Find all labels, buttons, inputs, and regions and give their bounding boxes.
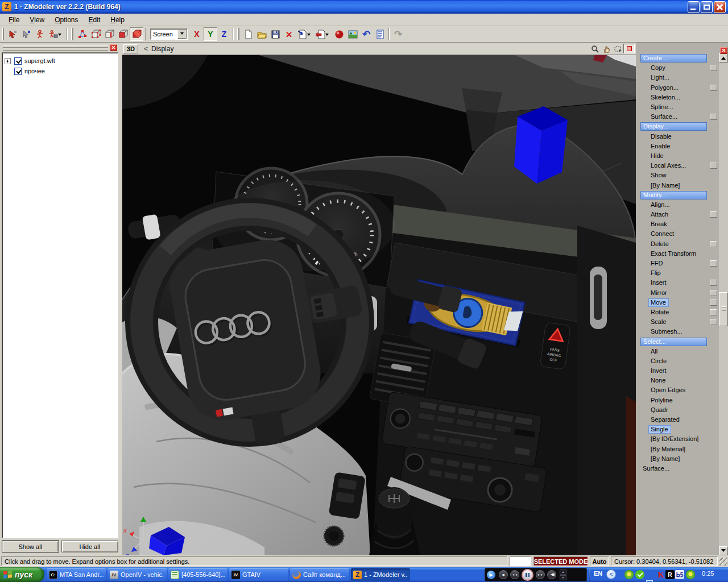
taskbar-window-button[interactable]: [405-556-640]...	[168, 568, 228, 581]
command-row[interactable]: [By ID/Extension]	[638, 434, 718, 444]
toolbar-grip[interactable]	[71, 28, 73, 40]
cube-vertices-button[interactable]	[89, 27, 102, 41]
command-row[interactable]: Break	[638, 219, 718, 229]
option-box[interactable]	[710, 260, 717, 267]
option-box[interactable]	[710, 280, 717, 286]
command-label[interactable]: Mirror	[648, 289, 670, 297]
commands-scrollbar[interactable]	[719, 53, 728, 555]
command-label[interactable]: Insert	[648, 278, 669, 287]
resize-grip[interactable]	[719, 558, 727, 566]
command-label[interactable]: All	[648, 347, 660, 356]
command-row[interactable]: All	[638, 347, 718, 356]
view-mode-combobox[interactable]: Screen	[150, 28, 188, 40]
zoom-tool-button[interactable]	[589, 44, 601, 53]
scroll-up-button[interactable]	[719, 53, 728, 63]
deskband-down-button[interactable]: ▼	[560, 575, 566, 580]
option-box[interactable]	[710, 65, 717, 71]
maximize-viewport-button[interactable]	[623, 44, 635, 53]
command-row[interactable]: Open Edges	[638, 385, 718, 395]
material-editor-button[interactable]	[332, 27, 346, 41]
command-row[interactable]: [By Material]	[638, 444, 718, 454]
show-all-button[interactable]: Show all	[2, 541, 59, 552]
command-label[interactable]: [By Material]	[648, 445, 688, 454]
command-label[interactable]: Display...	[640, 122, 707, 131]
command-label[interactable]: Delete	[648, 240, 672, 248]
command-row[interactable]: Quadr	[638, 405, 718, 415]
command-row[interactable]: Scale	[638, 317, 718, 327]
tree-node-label[interactable]: supergt.wft	[24, 57, 55, 64]
taskbar-clock[interactable]: 0:25	[702, 570, 714, 577]
icq-flower-icon[interactable]	[624, 570, 634, 579]
delete-button[interactable]: ×	[282, 27, 296, 41]
axis-toggle-button[interactable]: Z	[217, 27, 231, 41]
command-label[interactable]: Scale	[648, 318, 669, 326]
command-label[interactable]: Enable	[648, 142, 673, 151]
option-box[interactable]	[710, 211, 717, 218]
command-label[interactable]: [By Name]	[648, 181, 682, 190]
axis-toggle-button[interactable]: Y	[204, 27, 217, 41]
command-row[interactable]: Separated	[638, 415, 718, 425]
skeleton-button[interactable]	[33, 27, 47, 41]
undo-button[interactable]: ↶	[359, 27, 373, 41]
layout-badge[interactable]: Ь5	[675, 570, 684, 579]
command-row[interactable]: Local Axes...	[638, 161, 718, 171]
command-row[interactable]: Flip	[638, 268, 718, 278]
blue-cube-object[interactable]	[514, 106, 568, 184]
taskbar-window-button[interactable]: Z 1 - ZModeler v...	[351, 568, 410, 581]
command-label[interactable]: Single	[648, 425, 671, 434]
command-row[interactable]: Attach	[638, 210, 718, 219]
command-row[interactable]: Light...	[638, 73, 718, 82]
taskbar-window-button[interactable]: C: MTA San Andr...	[47, 568, 106, 581]
menu-item[interactable]: View	[24, 15, 49, 25]
close-button[interactable]	[714, 1, 726, 13]
minimize-button[interactable]	[688, 1, 700, 13]
command-label[interactable]: Open Edges	[648, 386, 688, 394]
scroll-down-button[interactable]	[719, 546, 728, 555]
command-row[interactable]: Copy	[638, 63, 718, 73]
tree-node-label[interactable]: прочее	[24, 68, 45, 74]
command-label[interactable]: Connect	[648, 230, 677, 238]
select-move-red-button[interactable]	[6, 27, 19, 41]
export-button[interactable]	[314, 27, 332, 41]
taskbar-window-button[interactable]: IV GTAIV	[229, 568, 288, 581]
icq-flower-icon[interactable]	[686, 570, 695, 579]
select-move-blue-button[interactable]	[19, 27, 33, 41]
command-label[interactable]: Rotate	[648, 308, 672, 317]
command-row[interactable]: Select...	[638, 336, 718, 346]
command-label[interactable]: Submesh...	[648, 327, 685, 336]
passenger-door[interactable]	[577, 226, 636, 555]
command-label[interactable]: Polyline	[648, 396, 676, 405]
viewport-type-button[interactable]: 3D	[123, 44, 138, 53]
command-row[interactable]: Modify...	[638, 190, 718, 200]
pause-button[interactable]	[522, 569, 533, 581]
option-box[interactable]	[710, 85, 717, 91]
command-row[interactable]: Polyline	[638, 396, 718, 405]
command-row[interactable]: None	[638, 376, 718, 385]
command-label[interactable]: None	[648, 376, 668, 385]
vertices-level-button[interactable]	[75, 27, 89, 41]
pan-tool-button[interactable]	[601, 44, 612, 53]
option-box[interactable]	[710, 241, 717, 247]
command-row[interactable]: Exact Transform	[638, 249, 718, 259]
command-row[interactable]: Invert	[638, 366, 718, 376]
command-row[interactable]: Move	[638, 298, 718, 307]
option-box[interactable]	[710, 114, 717, 120]
commands-panel-close-button[interactable]: ✕	[720, 47, 727, 54]
visibility-checkbox[interactable]	[14, 68, 22, 75]
tree-node[interactable]: прочее	[3, 66, 117, 76]
command-row[interactable]: Create...	[638, 53, 718, 63]
command-label[interactable]: Modify...	[640, 191, 707, 199]
texture-browser-button[interactable]	[346, 27, 359, 41]
orbit-tool-button[interactable]	[612, 44, 623, 53]
volume-button[interactable]	[547, 570, 556, 579]
command-row[interactable]: FFD	[638, 259, 718, 268]
taskbar-window-button[interactable]: IV OpenIV - vehic...	[107, 568, 167, 581]
command-row[interactable]: Surface...	[638, 112, 718, 122]
option-box[interactable]	[710, 309, 717, 315]
expand-plus-icon[interactable]	[5, 58, 11, 64]
command-row[interactable]: Delete	[638, 239, 718, 249]
command-row[interactable]: Disable	[638, 132, 718, 142]
command-label[interactable]: Surface...	[648, 113, 680, 121]
maximize-button[interactable]	[701, 1, 713, 13]
command-row[interactable]: Skeleton...	[638, 93, 718, 102]
